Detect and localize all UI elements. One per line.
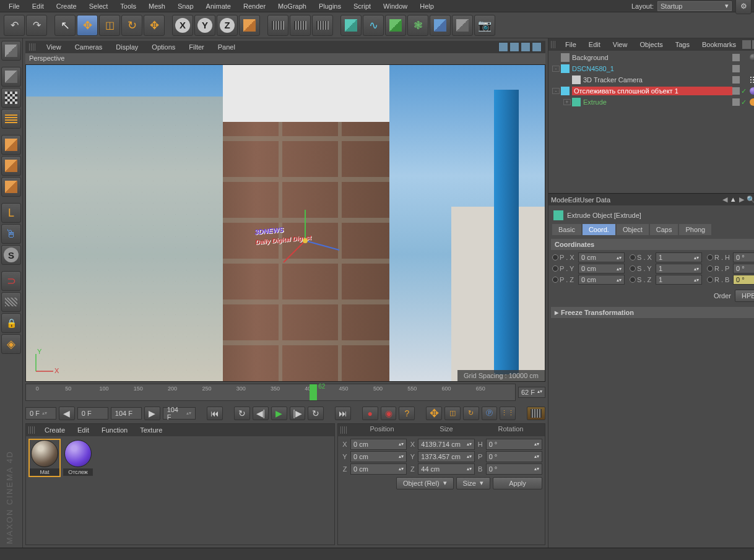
coordinates-section[interactable]: Coordinates (551, 239, 754, 250)
workplane-snap[interactable] (1, 292, 21, 312)
radio-icon[interactable] (707, 265, 713, 272)
size-field[interactable]: 1373.457 cm▴▾ (418, 451, 474, 462)
freeze-section[interactable]: ▶Freeze Transformation (551, 307, 754, 318)
tree-row[interactable]: Background (550, 52, 754, 63)
autokey[interactable]: ◉ (381, 407, 397, 420)
timeline-ruler[interactable]: 0 50 100 150 200 250 300 350 400 450 500… (25, 384, 516, 401)
record-key[interactable]: ● (362, 407, 378, 420)
grip-icon[interactable] (551, 41, 555, 48)
material-swatch[interactable]: Mat (30, 440, 59, 476)
timeline-playhead[interactable] (310, 384, 317, 400)
radio-icon[interactable] (552, 254, 558, 261)
vp-menu-view[interactable]: View (40, 41, 67, 53)
attr-tab[interactable]: Object (617, 224, 649, 235)
attr-nav-fwd[interactable]: ▶ (739, 196, 744, 204)
menu-render[interactable]: Render (237, 1, 272, 12)
attr-value-field[interactable]: 1▴▾ (656, 252, 702, 262)
vp-nav-3[interactable] (521, 42, 531, 52)
key-pla[interactable]: ⋮⋮ (500, 407, 516, 420)
obj-nav-home[interactable] (742, 40, 751, 49)
object-label[interactable]: Background (572, 54, 732, 61)
viewport-solo[interactable]: S (1, 245, 21, 265)
coord-system[interactable] (239, 15, 260, 36)
key-options[interactable]: ? (399, 407, 415, 420)
menu-select[interactable]: Select (83, 1, 115, 12)
material-swatch[interactable]: Отслеж (63, 440, 93, 476)
x-axis-lock[interactable]: X (172, 15, 193, 36)
step-fwd[interactable]: |▶ (290, 407, 306, 420)
object-label[interactable]: 3D Tracker Camera (583, 76, 732, 84)
expand-toggle[interactable]: + (563, 99, 571, 105)
grip-icon[interactable] (29, 43, 35, 51)
edges-mode[interactable] (1, 156, 21, 176)
attr-nav-back[interactable]: ◀ (722, 196, 727, 204)
radio-icon[interactable] (707, 254, 713, 261)
tree-row[interactable]: - Отслеживать сплошной объект 1 ✓ (550, 85, 754, 97)
key-rot[interactable]: ↻ (463, 407, 479, 420)
check-icon[interactable]: ✓ (741, 98, 748, 106)
add-environment[interactable] (430, 15, 451, 36)
tweak-mode[interactable]: 🖱 (1, 224, 21, 244)
menu-tools[interactable]: Tools (114, 1, 142, 12)
mat-menu-edit[interactable]: Edit (71, 424, 95, 436)
attr-value-field[interactable]: 0 cm▴▾ (578, 252, 625, 262)
texture-mode[interactable] (1, 88, 21, 108)
recent-tool[interactable] (144, 15, 165, 36)
attr-value-field[interactable]: 1▴▾ (656, 275, 702, 285)
material-tag-icon[interactable] (750, 54, 754, 61)
redo-button[interactable] (26, 15, 47, 36)
coord-mode-dropdown[interactable]: Object (Rel)▾ (396, 477, 454, 489)
rotation-field[interactable]: 0 °▴▾ (486, 439, 542, 450)
move-tool[interactable] (77, 15, 98, 36)
tree-row[interactable]: + Extrude ✓ (550, 97, 754, 108)
object-label[interactable]: DSCN4580_1 (572, 65, 732, 72)
gizmo-icon[interactable] (280, 204, 355, 278)
attr-menu-mode[interactable]: Mode (551, 196, 568, 204)
attr-tab[interactable]: Phong (679, 224, 711, 235)
mat-menu-create[interactable]: Create (38, 424, 71, 436)
vp-menu-filter[interactable]: Filter (183, 41, 210, 53)
z-axis-lock[interactable]: Z (217, 15, 238, 36)
undo-button[interactable] (4, 15, 25, 36)
model-mode[interactable] (1, 67, 21, 87)
obj-menu-bookmarks[interactable]: Bookmarks (696, 39, 742, 50)
expand-toggle[interactable]: - (552, 88, 560, 94)
viewport-perspective[interactable]: 3DNEWS Daily Digital Digest Y X Grid Spa… (25, 64, 545, 382)
range-start-field[interactable]: 0 F▴▾ (25, 407, 56, 420)
coord-sizemode-dropdown[interactable]: Size▾ (456, 477, 490, 489)
layout-dropdown[interactable]: Startup ▾ (657, 1, 732, 11)
range-end-field[interactable]: 104 F▴▾ (163, 407, 196, 420)
menu-help[interactable]: Help (414, 1, 440, 12)
menu-script[interactable]: Script (347, 1, 377, 12)
radio-icon[interactable] (630, 254, 636, 261)
object-tree[interactable]: Background - DSCN4580_1 3D Tracker Camer… (548, 51, 754, 193)
obj-menu-edit[interactable]: Edit (583, 39, 607, 50)
grip-icon[interactable] (28, 426, 35, 434)
position-field[interactable]: 0 cm▴▾ (350, 451, 407, 462)
tracker-tag-icon[interactable] (750, 76, 754, 84)
make-editable[interactable] (1, 41, 21, 61)
radio-icon[interactable] (630, 277, 636, 283)
position-field[interactable]: 0 cm▴▾ (350, 439, 407, 450)
menu-mesh[interactable]: Mesh (142, 1, 171, 12)
mat-menu-texture[interactable]: Texture (134, 424, 168, 436)
attr-tab[interactable]: Coord. (583, 224, 615, 235)
tree-row[interactable]: - DSCN4580_1 (550, 63, 754, 74)
axis-mode[interactable]: L (1, 203, 21, 223)
layer-dot-icon[interactable] (732, 76, 740, 84)
position-field[interactable]: 0 cm▴▾ (350, 463, 407, 475)
vp-menu-options[interactable]: Options (145, 41, 181, 53)
goto-start[interactable]: ⏮ (207, 407, 223, 420)
menu-mograph[interactable]: MoGraph (272, 1, 313, 12)
attr-value-field[interactable]: 0 °▴▾ (733, 275, 754, 285)
size-field[interactable]: 4139.714 cm▴▾ (418, 439, 474, 450)
lock-workplane[interactable]: 🔒 (1, 313, 21, 333)
object-label[interactable]: Отслеживать сплошной объект 1 (572, 87, 732, 95)
snap-toggle[interactable]: ⊃ (1, 271, 21, 291)
attr-menu-userdata[interactable]: User Data (580, 196, 611, 204)
range-a-field[interactable]: 0 F (77, 407, 108, 420)
add-spline[interactable]: ∿ (363, 15, 384, 36)
expand-toggle[interactable]: - (552, 66, 560, 72)
attr-menu-edit[interactable]: Edit (568, 196, 580, 204)
range-b-field[interactable]: 104 F (111, 407, 142, 420)
